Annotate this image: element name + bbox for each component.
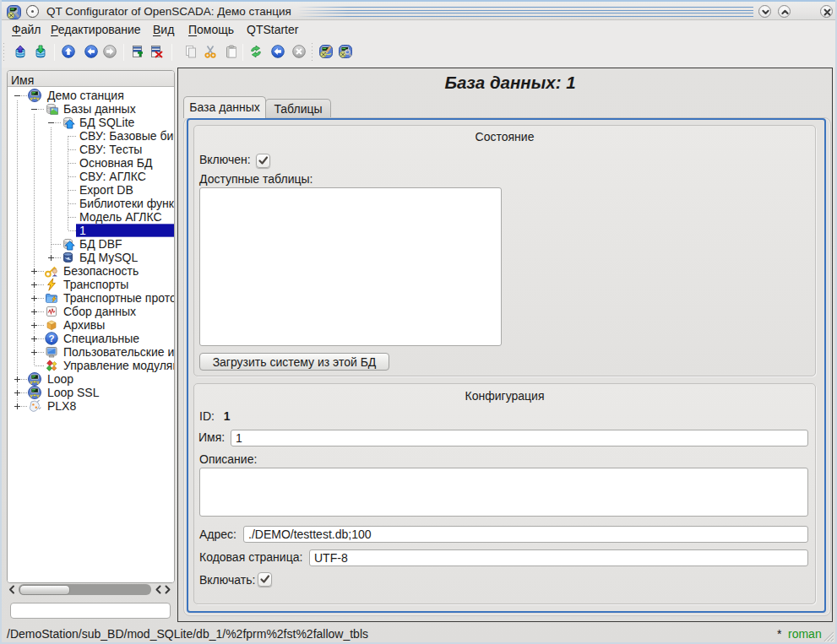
svg-text:?: ? <box>48 333 54 344</box>
